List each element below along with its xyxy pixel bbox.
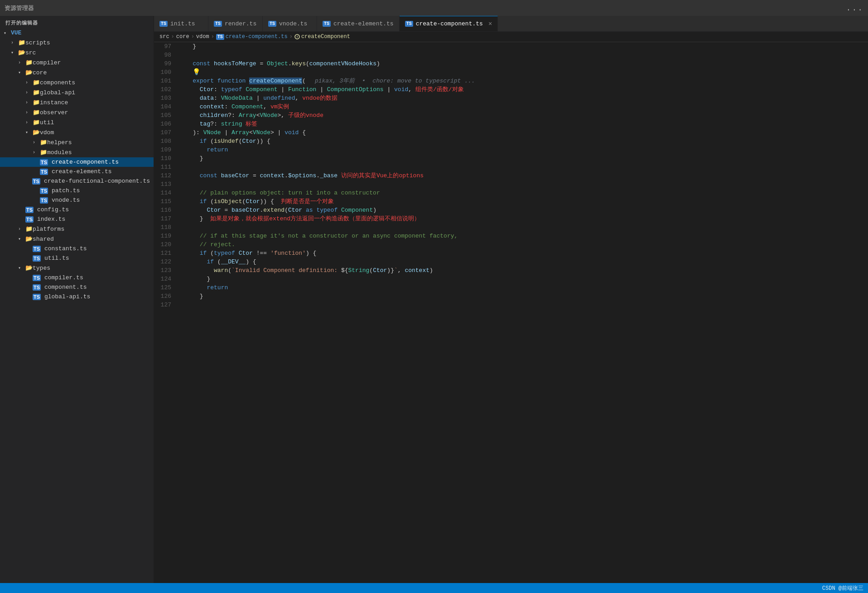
editor-area: TS init.ts TS render.ts TS vnode.ts TS c… — [154, 16, 868, 583]
scripts-label: scripts — [25, 39, 150, 46]
sidebar-item-observer[interactable]: › 📁 observer — [0, 107, 154, 117]
code-container: 97 98 99 100 101 102 103 104 105 106 107… — [154, 42, 868, 583]
code-line-104: context: Component, vm实例 — [177, 102, 868, 111]
sidebar-item-index[interactable]: › TS index.ts — [0, 214, 154, 224]
code-line-109: return — [177, 146, 868, 154]
sidebar-item-create-component[interactable]: › TS create-component.ts — [0, 157, 154, 167]
breadcrumb-core: core — [176, 34, 189, 40]
folder-icon-vdom: 📂 — [33, 129, 40, 136]
sidebar-item-global-api-ts[interactable]: › TS global-api.ts — [0, 292, 154, 301]
breadcrumb-src: src — [159, 34, 169, 40]
status-bar-credit: CSDN @前端张三 — [822, 584, 863, 592]
vdom-label: vdom — [40, 129, 150, 136]
tab-init[interactable]: TS init.ts — [154, 16, 208, 31]
ts-file-icon-vnode: TS — [40, 197, 48, 204]
sidebar-item-core[interactable]: ▾ 📂 core — [0, 68, 154, 78]
folder-icon-core: 📂 — [25, 69, 33, 76]
code-line-125: return — [177, 283, 868, 292]
instance-label: instance — [40, 99, 150, 106]
tab-create-component[interactable]: TS create-component.ts × — [400, 16, 498, 31]
code-line-117: } 如果是对象，就会根据extend方法返回一个构造函数（里面的逻辑不相信说明） — [177, 214, 868, 223]
sidebar-item-scripts[interactable]: › 📁 scripts — [0, 38, 154, 48]
tab-render[interactable]: TS render.ts — [208, 16, 263, 31]
folder-icon-modules: 📁 — [40, 149, 47, 156]
sidebar-item-src[interactable]: ▾ 📂 src — [0, 48, 154, 58]
sidebar-item-util[interactable]: › 📁 util — [0, 117, 154, 127]
code-line-111 — [177, 163, 868, 171]
sidebar-item-constants[interactable]: › TS constants.ts — [0, 244, 154, 253]
tab-bar: TS init.ts TS render.ts TS vnode.ts TS c… — [154, 16, 868, 32]
code-line-120: // reject. — [177, 240, 868, 249]
sidebar-item-vnode-file[interactable]: › TS vnode.ts — [0, 195, 154, 205]
tab-vnode[interactable]: TS vnode.ts — [263, 16, 317, 31]
sidebar-item-helpers[interactable]: › 📁 helpers — [0, 137, 154, 147]
ts-file-icon-ce: TS — [40, 169, 48, 175]
folder-icon-src: 📂 — [18, 49, 25, 56]
sidebar-item-config[interactable]: › TS config.ts — [0, 205, 154, 214]
tab-create-element[interactable]: TS create-element.ts — [317, 16, 400, 31]
sidebar-item-global-api[interactable]: › 📁 global-api — [0, 87, 154, 97]
ts-file-icon-component-ts: TS — [33, 284, 41, 291]
vnode-label: vnode.ts — [52, 197, 150, 204]
sidebar-item-components[interactable]: › 📁 components — [0, 78, 154, 87]
sidebar-item-compiler-ts[interactable]: › TS compiler.ts — [0, 273, 154, 282]
folder-icon: 📁 — [18, 39, 25, 46]
shared-label: shared — [33, 236, 150, 243]
sidebar-item-shared[interactable]: ▾ 📂 shared — [0, 234, 154, 244]
code-line-127 — [177, 301, 868, 309]
create-component-label: create-component.ts — [52, 159, 150, 165]
sidebar-item-vue[interactable]: ▾ VUE — [0, 28, 154, 38]
close-tab-icon[interactable]: × — [488, 21, 492, 27]
arrow-icon-helpers: › — [33, 140, 40, 145]
folder-icon-observer: 📁 — [33, 109, 40, 116]
title-bar-menu[interactable]: ... — [846, 4, 863, 13]
code-line-98 — [177, 51, 868, 59]
code-line-119: // if at this stage it's not a construct… — [177, 232, 868, 240]
ts-file-icon-util: TS — [33, 255, 41, 262]
code-line-121: if (typeof Ctor !== 'function') { — [177, 249, 868, 258]
util-ts-label: util.ts — [44, 255, 150, 262]
sidebar-item-platforms[interactable]: › 📁 platforms — [0, 224, 154, 234]
modules-label: modules — [47, 149, 150, 156]
sidebar-item-component-ts[interactable]: › TS component.ts — [0, 282, 154, 292]
code-line-101: export function createComponent(pikax, 3… — [177, 77, 868, 85]
component-ts-label: component.ts — [44, 284, 150, 291]
tab-create-element-label: create-element.ts — [333, 20, 394, 27]
folder-icon-compiler: 📁 — [25, 59, 33, 66]
code-line-124: } — [177, 275, 868, 283]
code-line-116: Ctor = baseCtor.extend(Ctor as typeof Co… — [177, 206, 868, 214]
explorer-title: 资源管理器 — [5, 4, 846, 12]
sidebar-item-vdom[interactable]: ▾ 📂 vdom — [0, 127, 154, 137]
arrow-icon-platforms: › — [18, 227, 25, 232]
sidebar-item-create-element[interactable]: › TS create-element.ts — [0, 167, 154, 176]
sidebar-item-util-ts[interactable]: › TS util.ts — [0, 253, 154, 263]
sidebar-item-modules[interactable]: › 📁 modules — [0, 147, 154, 157]
sidebar-item-types[interactable]: ▾ 📂 types — [0, 263, 154, 273]
arrow-icon-global-api: › — [25, 90, 33, 95]
core-label: core — [33, 69, 150, 76]
src-label: src — [25, 49, 150, 56]
sidebar-item-patch[interactable]: › TS patch.ts — [0, 186, 154, 195]
arrow-icon-shared: ▾ — [18, 236, 25, 242]
arrow-icon-modules: › — [33, 150, 40, 155]
util-label: util — [40, 119, 150, 126]
folder-icon-shared: 📂 — [25, 235, 33, 243]
sidebar-item-instance[interactable]: › 📁 instance — [0, 97, 154, 107]
arrow-icon-core: ▾ — [18, 70, 25, 75]
code-line-115: if (isObject(Ctor)) { 判断是否是一个对象 — [177, 197, 868, 206]
line-numbers: 97 98 99 100 101 102 103 104 105 106 107… — [154, 42, 177, 583]
breadcrumb-file: TScreate-component.ts — [216, 34, 288, 40]
global-api-label: global-api — [40, 89, 150, 96]
folder-icon-platforms: 📁 — [25, 225, 33, 233]
ts-badge: TS — [159, 21, 168, 27]
compiler-label: compiler — [33, 59, 150, 66]
arrow-icon-compiler: › — [18, 60, 25, 65]
code-line-122: if (__DEV__) { — [177, 258, 868, 266]
arrow-icon-components: › — [25, 80, 33, 85]
sidebar-item-create-functional[interactable]: › TS create-functional-component.ts — [0, 176, 154, 186]
sidebar-item-compiler[interactable]: › 📁 compiler — [0, 58, 154, 68]
compiler-ts-label: compiler.ts — [44, 274, 150, 281]
ts-file-icon-global-api-ts: TS — [33, 294, 41, 300]
arrow-icon-instance: › — [25, 100, 33, 105]
components-label: components — [40, 79, 150, 86]
